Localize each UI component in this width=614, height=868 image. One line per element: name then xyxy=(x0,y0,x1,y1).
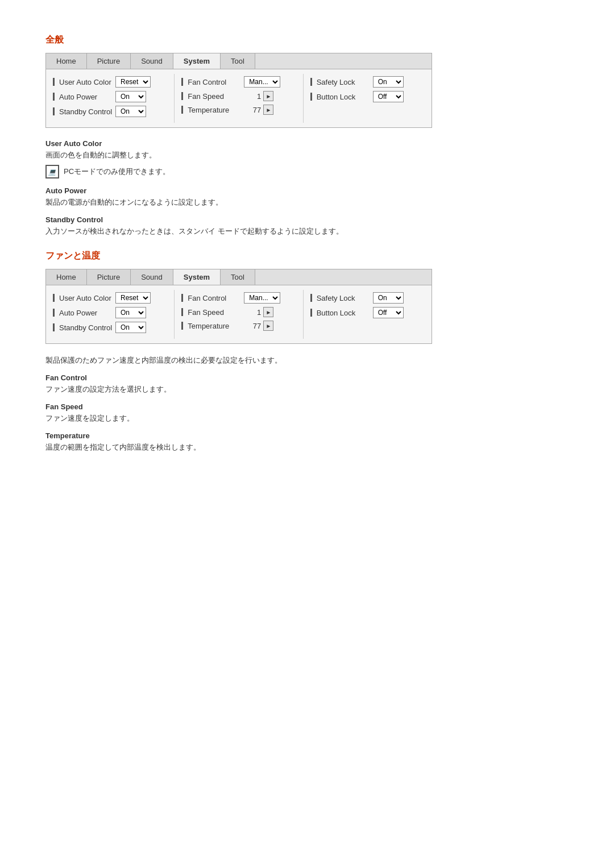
auto-power-desc: 製品の電源が自動的にオンになるように設定します。 xyxy=(45,197,569,207)
fan-tabs-row: Home Picture Sound System Tool xyxy=(46,269,432,285)
fan-safety-lock-select[interactable]: On Off xyxy=(373,292,404,304)
pc-mode-note: 💻 PCモードでのみ使用できます。 xyxy=(45,165,569,178)
bar-icon xyxy=(53,78,55,86)
setting-row-standby-control: Standby Control On Off xyxy=(53,106,167,117)
fan-auto-power-label: Auto Power xyxy=(53,309,115,317)
fan-control-title: Fan Control xyxy=(45,373,569,382)
setting-row-button-lock: Button Lock Off On xyxy=(310,91,425,102)
desc-standby-control: Standby Control 入力ソースが検出されなかったときは、スタンバイ … xyxy=(45,215,569,236)
fan-speed-label: Fan Speed xyxy=(181,92,244,101)
standby-control-control: On Off xyxy=(115,106,146,117)
general-settings-panel: Home Picture Sound System Tool User Auto… xyxy=(45,53,432,128)
fan-setting-row-standby-control: Standby Control On Off xyxy=(53,322,167,333)
temperature-control: 77 ► xyxy=(244,105,273,115)
fan-fan-speed-right-btn[interactable]: ► xyxy=(263,307,273,317)
bar-icon xyxy=(310,78,312,86)
tab-tool-1[interactable]: Tool xyxy=(221,53,255,69)
fan-standby-control-label: Standby Control xyxy=(53,323,115,332)
standby-control-label: Standby Control xyxy=(53,107,115,116)
user-auto-color-control: Reset xyxy=(115,76,151,88)
fan-section: ファンと温度 Home Picture Sound System Tool Us… xyxy=(45,250,569,452)
fan-temperature-control: 77 ► xyxy=(244,321,273,331)
fan-button-lock-control: Off On xyxy=(373,307,404,318)
fan-button-lock-select[interactable]: Off On xyxy=(373,307,404,318)
fan-temperature-value: 77 xyxy=(244,322,261,330)
auto-power-select[interactable]: On Off xyxy=(115,91,146,102)
tab-picture-1[interactable]: Picture xyxy=(87,53,131,69)
fan-fan-control-select[interactable]: Man... Auto xyxy=(244,292,280,304)
tab-home-2[interactable]: Home xyxy=(46,269,87,285)
fan-setting-row-fan-control: Fan Control Man... Auto xyxy=(181,292,296,304)
fan-button-lock-label: Button Lock xyxy=(310,309,373,317)
fan-standby-control-select[interactable]: On Off xyxy=(115,322,146,333)
temperature-label: Temperature xyxy=(181,106,244,114)
tab-picture-2[interactable]: Picture xyxy=(87,269,131,285)
bar-icon xyxy=(181,92,183,100)
user-auto-color-title: User Auto Color xyxy=(45,139,569,148)
safety-lock-label: Safety Lock xyxy=(310,78,373,86)
temperature-title: Temperature xyxy=(45,431,569,440)
fan-setting-row-temperature: Temperature 77 ► xyxy=(181,321,296,331)
user-auto-color-desc: 画面の色を自動的に調整します。 xyxy=(45,150,569,160)
fan-setting-row-auto-power: Auto Power On Off xyxy=(53,307,167,318)
tab-system-1[interactable]: System xyxy=(173,53,221,69)
fan-setting-row-button-lock: Button Lock Off On xyxy=(310,307,425,318)
general-col-2: Fan Control Man... Auto Fan Speed 1 xyxy=(175,74,303,123)
fan-fan-control-control: Man... Auto xyxy=(244,292,280,304)
setting-row-safety-lock: Safety Lock On Off xyxy=(310,76,425,88)
temperature-desc: 温度の範囲を指定して内部温度を検出します。 xyxy=(45,442,569,452)
auto-power-control: On Off xyxy=(115,91,146,102)
button-lock-select[interactable]: Off On xyxy=(373,91,404,102)
tab-system-2[interactable]: System xyxy=(173,269,221,285)
general-col-1: User Auto Color Reset Auto Power On xyxy=(46,74,175,123)
desc-fan-control: Fan Control ファン速度の設定方法を選択します。 xyxy=(45,373,569,394)
fan-temperature-label: Temperature xyxy=(181,322,244,330)
standby-control-select[interactable]: On Off xyxy=(115,106,146,117)
user-auto-color-select[interactable]: Reset xyxy=(115,76,151,88)
desc-fan-speed: Fan Speed ファン速度を設定します。 xyxy=(45,402,569,423)
safety-lock-select[interactable]: On Off xyxy=(373,76,404,88)
desc-temperature: Temperature 温度の範囲を指定して内部温度を検出します。 xyxy=(45,431,569,452)
bar-icon xyxy=(310,294,312,302)
standby-control-desc: 入力ソースが検出されなかったときは、スタンバイ モードで起動するように設定します… xyxy=(45,226,569,236)
fan-fan-speed-value: 1 xyxy=(244,308,261,317)
bar-icon xyxy=(181,322,183,330)
button-lock-label: Button Lock xyxy=(310,93,373,101)
fan-col-2: Fan Control Man... Auto Fan Speed 1 xyxy=(175,290,303,339)
bar-icon xyxy=(53,93,55,101)
pc-mode-text: PCモードでのみ使用できます。 xyxy=(64,167,170,177)
fan-auto-power-select[interactable]: On Off xyxy=(115,307,146,318)
bar-icon xyxy=(53,309,55,317)
fan-safety-lock-label: Safety Lock xyxy=(310,294,373,302)
temperature-right-btn[interactable]: ► xyxy=(263,105,273,115)
temperature-value: 77 xyxy=(244,106,261,114)
bar-icon xyxy=(181,78,183,86)
bar-icon xyxy=(181,294,183,302)
fan-control-label: Fan Control xyxy=(181,78,244,86)
fan-control-desc: ファン速度の設定方法を選択します。 xyxy=(45,384,569,394)
fan-control-control: Man... Auto xyxy=(244,76,280,88)
setting-row-fan-control: Fan Control Man... Auto xyxy=(181,76,296,88)
fan-user-auto-color-select[interactable]: Reset xyxy=(115,292,151,304)
fan-setting-row-fan-speed: Fan Speed 1 ► xyxy=(181,307,296,317)
tab-tool-2[interactable]: Tool xyxy=(221,269,255,285)
desc-auto-power: Auto Power 製品の電源が自動的にオンになるように設定します。 xyxy=(45,186,569,207)
bar-icon xyxy=(53,323,55,331)
button-lock-control: Off On xyxy=(373,91,404,102)
bar-icon xyxy=(310,93,312,101)
setting-row-auto-power: Auto Power On Off xyxy=(53,91,167,102)
fan-speed-value: 1 xyxy=(244,92,261,101)
fan-settings-panel: Home Picture Sound System Tool User Auto… xyxy=(45,269,432,344)
tab-sound-1[interactable]: Sound xyxy=(131,53,173,69)
fan-speed-right-btn[interactable]: ► xyxy=(263,91,273,101)
safety-lock-control: On Off xyxy=(373,76,404,88)
fan-temperature-right-btn[interactable]: ► xyxy=(263,321,273,331)
tab-sound-2[interactable]: Sound xyxy=(131,269,173,285)
fan-setting-row-safety-lock: Safety Lock On Off xyxy=(310,292,425,304)
bar-icon xyxy=(181,106,183,114)
fan-speed-desc: ファン速度を設定します。 xyxy=(45,413,569,423)
fan-control-select[interactable]: Man... Auto xyxy=(244,76,280,88)
fan-fan-speed-control: 1 ► xyxy=(244,307,273,317)
fan-user-auto-color-control: Reset xyxy=(115,292,151,304)
tab-home-1[interactable]: Home xyxy=(46,53,87,69)
